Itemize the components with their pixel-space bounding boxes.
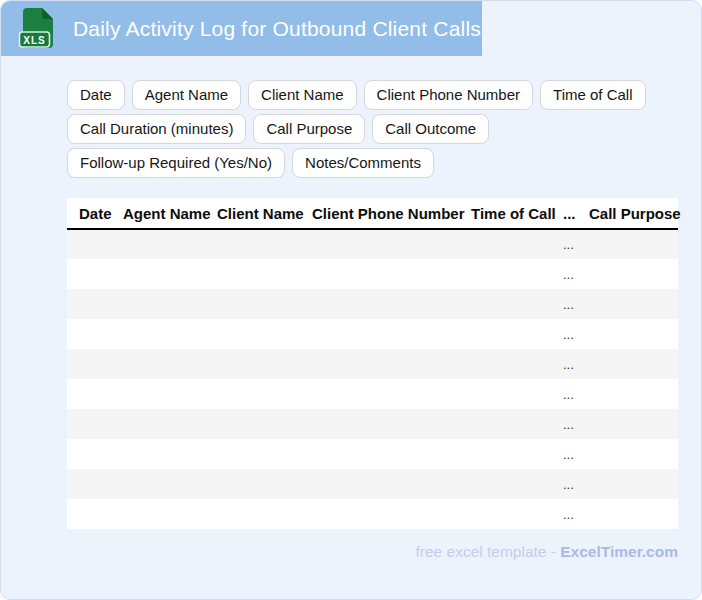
body-cell	[217, 259, 312, 289]
body-cell	[589, 259, 678, 289]
body-cell	[471, 319, 563, 349]
column-chip: Time of Call	[540, 80, 645, 110]
body-cell	[312, 409, 471, 439]
body-cell: ...	[563, 439, 589, 469]
body-cell	[123, 439, 217, 469]
body-cell	[589, 499, 678, 529]
body-cell	[217, 469, 312, 499]
body-cell	[471, 379, 563, 409]
body-cell	[471, 349, 563, 379]
table-row: ...	[67, 469, 678, 499]
table-body: ..............................	[67, 229, 678, 529]
header-cell: Call Purpose	[589, 198, 678, 229]
table-row: ...	[67, 439, 678, 469]
body-cell: ...	[563, 499, 589, 529]
table-row: ...	[67, 319, 678, 349]
body-cell	[67, 259, 123, 289]
body-cell	[123, 289, 217, 319]
title-banner: XLS Daily Activity Log for Outbound Clie…	[1, 1, 482, 56]
body-cell	[589, 289, 678, 319]
table-header-row: DateAgent NameClient NameClient Phone Nu…	[67, 198, 678, 229]
body-cell	[217, 439, 312, 469]
header-cell: Date	[67, 198, 123, 229]
body-cell	[123, 469, 217, 499]
column-chip: Date	[67, 80, 125, 110]
body-cell	[123, 229, 217, 259]
body-cell	[312, 469, 471, 499]
table-row: ...	[67, 259, 678, 289]
header-cell: ...	[563, 198, 589, 229]
body-cell	[312, 349, 471, 379]
column-chip: Call Duration (minutes)	[67, 114, 246, 144]
body-cell	[67, 409, 123, 439]
body-cell	[67, 469, 123, 499]
body-cell	[312, 499, 471, 529]
body-cell	[123, 499, 217, 529]
column-chip: Call Outcome	[372, 114, 489, 144]
column-chip: Call Purpose	[253, 114, 365, 144]
body-cell	[589, 439, 678, 469]
body-cell	[471, 439, 563, 469]
body-cell	[471, 469, 563, 499]
header-cell: Time of Call	[471, 198, 563, 229]
body-cell: ...	[563, 319, 589, 349]
table-row: ...	[67, 349, 678, 379]
brand-link[interactable]: ExcelTimer.com	[560, 543, 678, 560]
table-row: ...	[67, 499, 678, 529]
body-cell	[589, 349, 678, 379]
body-cell	[123, 379, 217, 409]
table-header: DateAgent NameClient NameClient Phone Nu…	[67, 198, 678, 229]
body-cell: ...	[563, 379, 589, 409]
body-cell	[589, 319, 678, 349]
body-cell	[123, 409, 217, 439]
table-row: ...	[67, 289, 678, 319]
body-cell	[312, 229, 471, 259]
column-chip: Client Phone Number	[364, 80, 533, 110]
column-chip: Follow-up Required (Yes/No)	[67, 148, 285, 178]
footer-text: free excel template -	[416, 543, 561, 560]
body-cell: ...	[563, 409, 589, 439]
body-cell	[471, 259, 563, 289]
body-cell	[67, 229, 123, 259]
body-cell	[471, 409, 563, 439]
body-cell	[217, 349, 312, 379]
body-cell: ...	[563, 259, 589, 289]
body-cell	[312, 259, 471, 289]
body-cell	[471, 499, 563, 529]
body-cell	[312, 289, 471, 319]
body-cell: ...	[563, 349, 589, 379]
body-cell	[312, 379, 471, 409]
column-chip: Notes/Comments	[292, 148, 434, 178]
template-preview-card: XLS Daily Activity Log for Outbound Clie…	[0, 0, 702, 600]
activity-log-table-wrap: DateAgent NameClient NameClient Phone Nu…	[67, 198, 678, 529]
body-cell: ...	[563, 469, 589, 499]
xls-icon-label: XLS	[23, 34, 45, 45]
body-cell	[217, 319, 312, 349]
table-row: ...	[67, 229, 678, 259]
table-row: ...	[67, 379, 678, 409]
body-cell	[217, 409, 312, 439]
body-cell	[67, 349, 123, 379]
column-chip: Client Name	[248, 80, 357, 110]
body-cell	[217, 499, 312, 529]
column-chip-list: DateAgent NameClient NameClient Phone Nu…	[67, 80, 689, 178]
column-chip: Agent Name	[132, 80, 241, 110]
body-cell	[67, 319, 123, 349]
body-cell	[217, 229, 312, 259]
body-cell	[217, 289, 312, 319]
body-cell	[471, 229, 563, 259]
body-cell	[123, 319, 217, 349]
body-cell: ...	[563, 229, 589, 259]
page-title: Daily Activity Log for Outbound Client C…	[73, 17, 481, 41]
body-cell	[312, 439, 471, 469]
footer: free excel template - ExcelTimer.com	[67, 543, 678, 561]
body-cell: ...	[563, 289, 589, 319]
body-cell	[67, 439, 123, 469]
header-cell: Client Phone Number	[312, 198, 471, 229]
body-cell	[67, 379, 123, 409]
body-cell	[589, 379, 678, 409]
xls-file-icon: XLS	[15, 6, 59, 52]
body-cell	[217, 379, 312, 409]
header-cell: Agent Name	[123, 198, 217, 229]
body-cell	[67, 499, 123, 529]
